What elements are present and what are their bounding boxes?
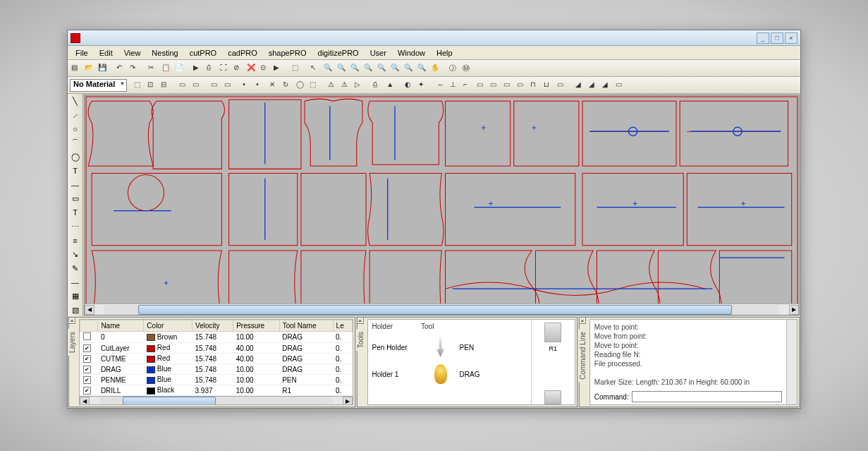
toolbar2-button-35[interactable]: ⊔: [542, 79, 555, 92]
toolbar2-button-12[interactable]: ✕: [268, 79, 281, 92]
vtool-button-12[interactable]: ✎: [69, 262, 82, 275]
maximize-button[interactable]: □: [771, 32, 783, 44]
toolbar2-button-31[interactable]: ▭: [489, 79, 501, 92]
toolbar2-button-15[interactable]: ⬚: [308, 79, 321, 92]
toolbar1-button-15[interactable]: ❌: [245, 62, 258, 75]
scroll-thumb[interactable]: [138, 305, 732, 315]
vtool-button-8[interactable]: T: [69, 207, 82, 220]
table-row[interactable]: ✔CutLayerRed15.74840.00DRAG0.: [80, 343, 353, 354]
horizontal-scrollbar[interactable]: ◀ ▶: [85, 303, 799, 315]
toolbar1-button-11[interactable]: ▶: [192, 62, 204, 75]
toolbar1-button-28[interactable]: 🔍: [403, 62, 415, 75]
vtool-button-14[interactable]: ▦: [69, 290, 82, 303]
table-row[interactable]: ✔CUTMERed15.74840.00DRAG0.: [80, 354, 353, 364]
layers-header[interactable]: Pressure: [233, 320, 280, 332]
toolbar1-button-32[interactable]: Ⓙ: [448, 62, 460, 75]
layer-visibility-checkbox[interactable]: ✔: [83, 355, 91, 363]
close-button[interactable]: ×: [785, 32, 797, 44]
layer-visibility-checkbox[interactable]: ✔: [83, 376, 91, 384]
layers-header[interactable]: [80, 320, 98, 332]
toolbar2-button-8[interactable]: ▭: [223, 79, 236, 92]
vtool-button-2[interactable]: ○: [69, 123, 82, 136]
layer-visibility-checkbox[interactable]: [83, 332, 91, 340]
toolbar2-button-32[interactable]: ▭: [502, 79, 515, 92]
toolbar2-button-17[interactable]: ⚠: [326, 79, 339, 92]
table-row[interactable]: ✔PENMEBlue15.74810.00PEN0.: [80, 375, 353, 385]
vtool-button-10[interactable]: ≡: [69, 234, 82, 247]
toolbar1-button-21[interactable]: ↖: [309, 62, 322, 75]
toolbar2-button-34[interactable]: ⊓: [529, 79, 542, 92]
command-line-tab[interactable]: Command Line: [578, 329, 587, 383]
vtool-button-3[interactable]: ⌒: [69, 137, 82, 150]
layer-visibility-checkbox[interactable]: ✔: [83, 344, 91, 352]
toolbar1-button-8[interactable]: 📋: [160, 62, 173, 75]
scroll-left-arrow[interactable]: ◀: [85, 305, 94, 315]
minimize-button[interactable]: _: [757, 32, 769, 44]
toolbar1-button-13[interactable]: ⛶: [219, 62, 231, 75]
menu-file[interactable]: File: [71, 47, 93, 59]
toolbar1-button-33[interactable]: Ⓜ: [461, 62, 474, 75]
vtool-button-15[interactable]: ▧: [69, 303, 82, 316]
menu-nesting[interactable]: Nesting: [147, 47, 183, 59]
toolbar2-button-1[interactable]: ⊡: [146, 79, 159, 92]
vtool-button-0[interactable]: ╲: [69, 95, 82, 108]
vtool-button-6[interactable]: —: [69, 179, 82, 191]
toolbar1-button-25[interactable]: 🔍: [362, 62, 375, 75]
toolbar2-button-27[interactable]: ↔: [435, 79, 448, 92]
vtool-button-1[interactable]: ⟋: [69, 109, 82, 122]
toolbar1-button-7[interactable]: ✂: [147, 62, 159, 75]
tool-row[interactable]: Holder 1DRAG: [372, 364, 527, 384]
toolbar1-button-4[interactable]: ↶: [115, 62, 128, 75]
toolbar1-button-5[interactable]: ↷: [128, 62, 141, 75]
tools-tab[interactable]: Tools: [356, 329, 365, 351]
scroll-thumb[interactable]: [123, 397, 216, 406]
layer-visibility-checkbox[interactable]: ✔: [83, 366, 91, 373]
toolbar2-button-29[interactable]: ⌐: [462, 79, 475, 92]
vtool-button-13[interactable]: —: [69, 276, 82, 289]
scroll-right-arrow[interactable]: ▶: [789, 305, 799, 315]
toolbar1-button-14[interactable]: ⊘: [232, 62, 245, 75]
toolbar2-button-22[interactable]: ▲: [385, 79, 398, 92]
layers-header[interactable]: Color: [144, 320, 192, 332]
toolbar2-button-36[interactable]: ▭: [556, 79, 568, 92]
toolbar1-button-22[interactable]: 🔍: [322, 62, 335, 75]
toolbar1-button-16[interactable]: ⊙: [259, 62, 271, 75]
menu-edit[interactable]: Edit: [94, 47, 118, 59]
menu-window[interactable]: Window: [393, 47, 430, 59]
layers-tab[interactable]: Layers: [68, 329, 77, 356]
layers-header[interactable]: Velocity: [192, 320, 233, 332]
toolbar1-button-29[interactable]: 🔍: [416, 62, 429, 75]
toolbar2-button-30[interactable]: ▭: [475, 79, 488, 92]
panel-close-button[interactable]: ×: [68, 317, 75, 324]
panel-close-button[interactable]: ×: [579, 317, 586, 324]
menu-user[interactable]: User: [365, 47, 391, 59]
toolbar2-button-11[interactable]: •: [255, 79, 267, 92]
toolbar2-button-18[interactable]: ⚠: [340, 79, 353, 92]
toolbar2-button-10[interactable]: •: [241, 79, 254, 92]
vtool-button-9[interactable]: ⋯: [69, 220, 82, 233]
layers-header[interactable]: Name: [98, 320, 144, 332]
panel-close-button[interactable]: ×: [357, 317, 364, 324]
table-row[interactable]: ✔DRILLBlack3.93710.00R10.: [80, 385, 353, 396]
toolbar1-button-1[interactable]: 📂: [83, 62, 96, 75]
menu-cutpro[interactable]: cutPRO: [185, 47, 222, 59]
toolbar1-button-0[interactable]: ▤: [70, 62, 82, 75]
tool-row[interactable]: Pen HolderPEN: [372, 337, 527, 357]
menu-digitizepro[interactable]: digitizePRO: [313, 47, 364, 59]
toolbar2-button-24[interactable]: ◐: [403, 79, 416, 92]
toolbar1-button-27[interactable]: 🔍: [389, 62, 402, 75]
toolbar2-button-28[interactable]: ⊥: [448, 79, 461, 92]
toolbar2-button-38[interactable]: ◢: [574, 79, 587, 92]
toolbar2-button-40[interactable]: ◢: [601, 79, 613, 92]
toolbar2-button-21[interactable]: ⎙: [372, 79, 384, 92]
toolbar2-button-4[interactable]: ▭: [178, 79, 190, 92]
toolbar1-button-17[interactable]: ▶: [272, 62, 285, 75]
menu-help[interactable]: Help: [432, 47, 458, 59]
command-input[interactable]: [632, 391, 782, 402]
table-row[interactable]: ✔DRAGBlue15.74810.00DRAG0.: [80, 364, 353, 375]
router-icon-2[interactable]: [544, 390, 561, 404]
toolbar1-button-19[interactable]: ⬚: [291, 62, 303, 75]
toolbar1-button-2[interactable]: 💾: [97, 62, 109, 75]
toolbar2-button-33[interactable]: ▭: [515, 79, 528, 92]
toolbar1-button-23[interactable]: 🔍: [336, 62, 348, 75]
